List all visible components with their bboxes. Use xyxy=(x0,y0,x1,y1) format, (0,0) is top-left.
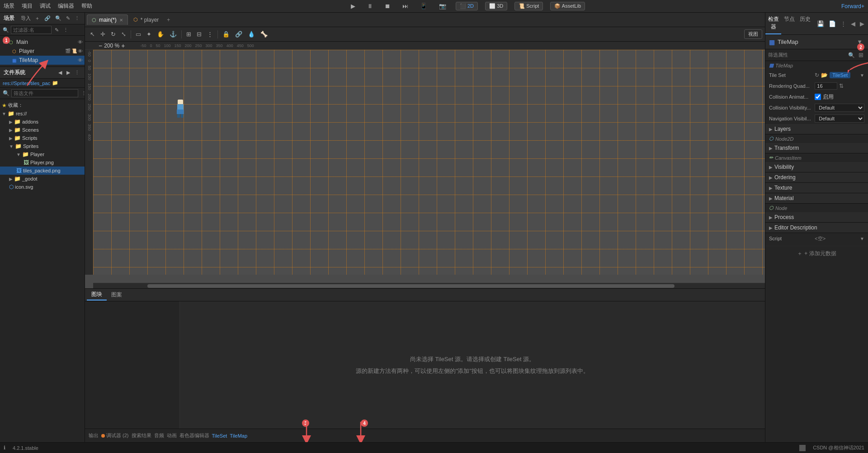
tab-inspector[interactable]: 检查器 xyxy=(765,13,781,34)
deploy-button[interactable]: 📱 xyxy=(418,1,429,11)
tab-history[interactable]: 历史 xyxy=(797,13,813,34)
scene-options-btn[interactable]: ✎ xyxy=(65,14,71,22)
tab-add-btn[interactable]: + xyxy=(164,15,173,25)
rotate-tool[interactable]: ↻ xyxy=(108,29,118,39)
tilemap-bottom-btn[interactable]: TileMap xyxy=(230,433,247,439)
pause-button[interactable]: ⏸ xyxy=(365,1,375,11)
fs-scripts[interactable]: ▶ 📁 Scripts xyxy=(0,134,85,142)
scene-node-main[interactable]: ▼ ⬡ Main 👁 xyxy=(0,38,85,47)
step-button[interactable]: ⏭ xyxy=(400,1,410,11)
move-tool[interactable]: ✛ xyxy=(98,29,108,39)
tileset-badge[interactable]: TileSet xyxy=(830,72,850,78)
layout-toggle[interactable] xyxy=(799,445,806,451)
btn-script[interactable]: 📜 Script xyxy=(514,2,543,10)
section-process[interactable]: ▶ Process xyxy=(765,212,868,223)
menu-help[interactable]: 帮助 xyxy=(81,2,92,10)
tileset-dropdown[interactable]: ▼ xyxy=(860,73,864,78)
script-dropdown[interactable]: ▼ xyxy=(860,236,864,241)
tileset-bottom-btn[interactable]: TileSet xyxy=(212,433,227,439)
fs-nav-fwd[interactable]: ▶ xyxy=(65,69,71,76)
section-transform[interactable]: ▶ Transform xyxy=(765,143,868,153)
debugger-label[interactable]: 调试器 (2) xyxy=(101,432,129,439)
viewport-content[interactable] xyxy=(93,50,765,275)
stop-button[interactable]: ⏹ xyxy=(382,1,393,11)
fs-filter-options[interactable]: ⋮ xyxy=(80,90,85,97)
inspector-back-btn[interactable]: ◀ xyxy=(849,19,857,28)
fs-godot[interactable]: ▶ 📁 _godot xyxy=(0,175,85,183)
add-metadata-btn[interactable]: ＋ + 添加元数据 xyxy=(765,246,868,261)
tab-player[interactable]: ⬡ * player xyxy=(129,15,164,25)
scene-filter-btn[interactable]: 🔍 xyxy=(54,14,63,22)
tool-b[interactable]: ⊟ xyxy=(194,29,204,39)
inspector-new-btn[interactable]: 📄 xyxy=(827,19,838,28)
collision-anim-checkbox[interactable] xyxy=(815,94,821,100)
tab-main[interactable]: ⬡ main(*) ✕ xyxy=(87,14,128,25)
search-label[interactable]: 搜索结果 xyxy=(132,432,151,439)
script-icon-player[interactable]: 📜 xyxy=(71,48,77,54)
inspector-filter-options[interactable]: ⊞ xyxy=(857,51,865,59)
h-scrollbar-thumb[interactable] xyxy=(147,284,675,288)
fs-player-png[interactable]: 🖼 Player.png xyxy=(0,158,85,167)
rendering-quad-input[interactable] xyxy=(815,82,837,90)
scene-menu-btn[interactable]: ⋮ xyxy=(73,14,81,22)
link-btn[interactable]: 🔗 xyxy=(43,14,52,22)
select-tool[interactable]: ↖ xyxy=(88,29,97,39)
eye-icon-player[interactable]: 👁 xyxy=(78,48,83,54)
zoom-minus-btn[interactable]: − xyxy=(99,42,102,49)
btn-3d[interactable]: ⬜ 3D xyxy=(485,2,507,10)
scene-filter-input[interactable] xyxy=(11,26,52,34)
menu-project[interactable]: 项目 xyxy=(22,2,33,10)
fs-nav-back[interactable]: ◀ xyxy=(57,69,63,76)
play-button[interactable]: ▶ xyxy=(349,1,358,11)
eye-icon-tilemap[interactable]: 👁 xyxy=(78,57,83,63)
scene-filter-menu[interactable]: ⋮ xyxy=(62,27,70,33)
import-btn[interactable]: 导入 xyxy=(21,15,31,22)
pan-tool[interactable]: ✋ xyxy=(155,29,166,39)
menu-scene[interactable]: 场景 xyxy=(4,2,14,10)
tab-main-close[interactable]: ✕ xyxy=(119,18,123,23)
rendering-quad-arrows[interactable]: ⇅ xyxy=(839,83,844,89)
fs-menu[interactable]: ⋮ xyxy=(73,69,81,76)
rect-tool[interactable]: ▭ xyxy=(133,29,143,39)
camera-button[interactable]: 📷 xyxy=(437,1,448,11)
inspector-save-btn[interactable]: 💾 xyxy=(815,19,826,28)
anim-label[interactable]: 动画 xyxy=(167,432,177,439)
menu-debug[interactable]: 调试 xyxy=(40,2,51,10)
snap-tool[interactable]: ✦ xyxy=(144,29,154,39)
tool-c[interactable]: ⋮ xyxy=(205,29,215,39)
tile-scene-tab[interactable]: 图案 xyxy=(107,290,127,300)
fs-scenes[interactable]: ▶ 📁 Scenes xyxy=(0,126,85,134)
fs-filter-input[interactable] xyxy=(11,89,78,97)
inspector-menu-btn[interactable]: ⋮ xyxy=(839,19,848,28)
h-scrollbar[interactable] xyxy=(93,283,765,288)
eyedrop-tool[interactable]: 💧 xyxy=(245,29,257,39)
section-layers[interactable]: ▶ Layers xyxy=(765,124,868,134)
lock-tool[interactable]: 🔒 xyxy=(220,29,232,39)
scale-tool[interactable]: ⤡ xyxy=(119,29,128,39)
scene-node-tilemap[interactable]: ▦ TileMap 👁 xyxy=(0,56,85,65)
collision-vis-select[interactable]: Default xyxy=(815,104,864,112)
menu-editor[interactable]: 编辑器 xyxy=(58,2,74,10)
fs-player-folder[interactable]: ▼ 📁 Player xyxy=(0,150,85,158)
inspector-fwd-btn[interactable]: ▶ xyxy=(858,19,866,28)
scene-filter-options[interactable]: ✎ xyxy=(53,27,60,33)
section-visibility[interactable]: ▶ Visibility xyxy=(765,162,868,172)
link-tool[interactable]: 🔗 xyxy=(233,29,245,39)
fs-addons[interactable]: ▶ 📁 addons xyxy=(0,118,85,126)
audio-label[interactable]: 音频 xyxy=(154,432,164,439)
section-material[interactable]: ▶ Material xyxy=(765,193,868,204)
btn-assetlib[interactable]: 📦 AssetLib xyxy=(550,2,585,10)
tileset-open-btn[interactable]: 📂 xyxy=(821,72,828,78)
tile-block-tab[interactable]: 图块 xyxy=(87,289,107,300)
section-editor-desc[interactable]: ▶ Editor Description xyxy=(765,223,868,233)
zoom-plus-btn[interactable]: + xyxy=(121,42,125,49)
tool-a[interactable]: ⊞ xyxy=(184,29,193,39)
eye-icon-main[interactable]: 👁 xyxy=(78,39,83,45)
tileset-reload-btn[interactable]: ↻ xyxy=(815,72,819,78)
inspector-search-btn[interactable]: 🔍 xyxy=(848,52,855,58)
section-ordering[interactable]: ▶ Ordering xyxy=(765,172,868,183)
add-node-btn[interactable]: ＋ xyxy=(33,14,41,22)
fs-res[interactable]: ▼ 📁 res:// xyxy=(0,110,85,118)
fs-sprites[interactable]: ▼ 📁 Sprites xyxy=(0,142,85,150)
fs-icon-svg[interactable]: ⬡ icon.svg xyxy=(0,183,85,191)
